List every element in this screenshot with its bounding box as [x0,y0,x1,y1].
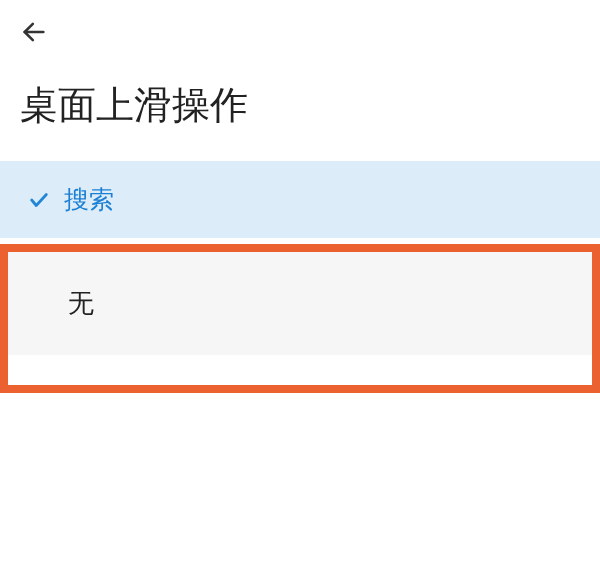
page-title: 桌面上滑操作 [0,60,600,161]
check-icon [28,189,50,211]
option-search[interactable]: 搜索 [0,161,600,238]
arrow-left-icon [20,18,48,46]
option-none-label: 无 [68,288,94,318]
spacer [8,355,592,385]
highlight-annotation: 无 [0,244,600,393]
header-bar [0,0,600,60]
option-search-label: 搜索 [64,183,114,216]
back-button[interactable] [20,18,48,50]
option-none[interactable]: 无 [8,252,592,355]
